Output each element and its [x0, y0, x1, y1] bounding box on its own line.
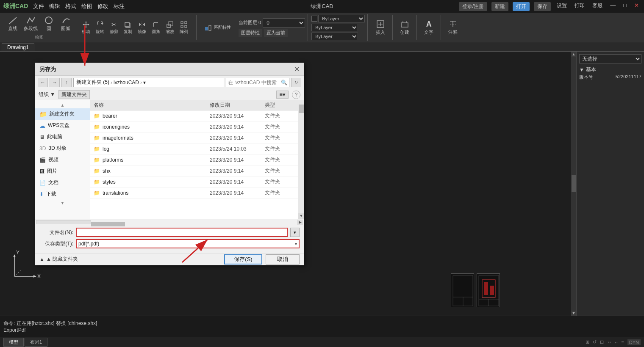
nav-forward-btn[interactable]: →	[50, 78, 60, 87]
hscroll-thumb[interactable]	[91, 222, 125, 226]
minimize-btn[interactable]: —	[608, 2, 617, 11]
bylayer-lineweight[interactable]: ByLayer	[311, 33, 358, 40]
filetype-dropdown[interactable]: pdf(*.pdf) ▾	[76, 239, 300, 248]
filelist-row-translations[interactable]: 📁translations 2023/3/20 9:14 文件夹	[90, 187, 298, 198]
menu-file[interactable]: 文件	[33, 3, 44, 10]
maximize-btn[interactable]: □	[622, 2, 628, 11]
dialog-vscroll-down[interactable]: ▼	[298, 213, 304, 219]
sidebar-item-3d[interactable]: 3D 3D 对象	[35, 143, 90, 154]
circle-tool[interactable]: 圆	[41, 14, 56, 33]
service-btn[interactable]: 客服	[591, 2, 604, 11]
hscroll-right-btn[interactable]: ▶	[297, 220, 303, 225]
dyn-btn[interactable]: DYN	[627, 339, 641, 345]
canvas-vscrollbar[interactable]: ▲ ▼	[571, 52, 576, 316]
basic-section-header[interactable]: ▼ 基本	[579, 66, 641, 73]
close-btn[interactable]: ✕	[633, 2, 641, 11]
col-name[interactable]: 名称	[94, 102, 210, 109]
status-icon-osnap[interactable]: ⌐	[615, 339, 618, 345]
menu-format[interactable]: 格式	[65, 3, 76, 10]
bylayer-color[interactable]: ByLayer	[318, 15, 365, 22]
search-input[interactable]	[228, 80, 279, 85]
print-btn[interactable]: 打印	[573, 2, 586, 11]
fillet-tool[interactable]: 圆角	[150, 20, 162, 35]
line-tool[interactable]: 直线	[5, 14, 20, 33]
match-properties-tool[interactable]: 匹配特性	[203, 23, 232, 32]
status-icon-polar[interactable]: ↔	[607, 339, 612, 345]
dialog-vscrollbar[interactable]: ▼	[298, 100, 304, 219]
sidebar-item-downloads[interactable]: ⬇ 下载	[35, 188, 90, 200]
sidebar-scroll-up[interactable]: ▲	[61, 103, 65, 107]
menu-modify[interactable]: 修改	[97, 3, 108, 10]
refresh-btn[interactable]: ↻	[291, 78, 301, 87]
dialog-hscrollbar[interactable]: ▶	[35, 219, 304, 225]
menu-draw[interactable]: 绘图	[81, 3, 92, 10]
status-icon-lineweight[interactable]: ≡	[621, 339, 624, 345]
status-icon-grid[interactable]: ⊞	[586, 339, 589, 345]
vscroll-up[interactable]: ▲	[571, 52, 576, 57]
menu-edit[interactable]: 编辑	[49, 3, 60, 10]
set-current-btn[interactable]: 置为当前	[264, 29, 288, 37]
save-dialog-btn[interactable]: 保存(S)	[224, 254, 262, 264]
create-btn[interactable]: 创建	[397, 18, 412, 36]
arc-tool[interactable]: 圆弧	[58, 14, 73, 33]
layout1-tab[interactable]: 布局1	[25, 338, 47, 347]
text-btn[interactable]: A 文字	[421, 18, 436, 36]
new-btn[interactable]: 新建	[491, 2, 508, 11]
status-icon-ortho[interactable]: ⊡	[600, 339, 604, 345]
scale-tool[interactable]: 缩放	[164, 20, 176, 35]
sidebar-scroll-down[interactable]: ▼	[61, 201, 65, 205]
filelist-row-iconengines[interactable]: 📁iconengines 2023/3/20 9:14 文件夹	[90, 121, 298, 132]
trim-tool[interactable]: ✂ 修剪	[108, 20, 120, 35]
polyline-tool[interactable]: 多段线	[22, 14, 39, 33]
new-folder-btn[interactable]: 新建文件夹	[58, 90, 90, 99]
open-btn[interactable]: 打开	[513, 2, 530, 11]
status-icon-snap[interactable]: ↺	[593, 339, 597, 345]
sidebar-item-wps[interactable]: ☁ WPS云盘	[35, 120, 90, 131]
drawing-tab-1[interactable]: Drawing1	[2, 43, 34, 51]
hide-files-btn[interactable]: ▲ ▲ 隐藏文件夹	[39, 256, 78, 263]
sidebar-item-video[interactable]: 🎬 视频	[35, 154, 90, 165]
model-tab[interactable]: 模型	[3, 338, 24, 347]
settings-btn[interactable]: 设置	[555, 2, 569, 11]
filelist-row-imageformats[interactable]: 📁imageformats 2023/3/20 9:14 文件夹	[90, 132, 298, 143]
login-btn[interactable]: 登录/注册	[459, 2, 487, 11]
vscroll-down[interactable]: ▼	[571, 311, 576, 316]
array-tool[interactable]: 阵列	[178, 20, 190, 35]
no-selection-dropdown[interactable]: 无选择	[579, 54, 641, 63]
nav-back-btn[interactable]: ←	[38, 78, 48, 87]
path-breadcrumb[interactable]: 新建文件夹 (5) › lvzhouCAD › ▾	[73, 78, 224, 87]
view-toggle-btn[interactable]: ≡▾	[276, 91, 289, 99]
save-btn[interactable]: 保存	[534, 2, 551, 11]
copy-tool[interactable]: 复制	[122, 20, 134, 35]
dialog-close-btn[interactable]: ✕	[294, 66, 300, 73]
organize-btn[interactable]: 组织 ▼	[39, 91, 55, 98]
breadcrumb-dropdown[interactable]: ▾	[143, 80, 146, 85]
nav-up-btn[interactable]: ↑	[61, 78, 72, 87]
sidebar-item-docs[interactable]: 📄 文档	[35, 177, 90, 188]
move-tool[interactable]: 移动	[80, 20, 92, 35]
col-type[interactable]: 类型	[265, 102, 294, 109]
col-date[interactable]: 修改日期	[210, 102, 265, 109]
dialog-vscroll-thumb[interactable]	[299, 105, 304, 113]
rotate-tool[interactable]: 旋转	[94, 20, 106, 35]
layer-selector[interactable]: 0	[263, 18, 305, 28]
filelist-row-log[interactable]: 📁log 2023/5/24 10:03 文件夹	[90, 143, 298, 154]
mirror-tool[interactable]: 镜像	[136, 20, 148, 35]
filelist-row-styles[interactable]: 📁styles 2023/3/20 9:14 文件夹	[90, 176, 298, 187]
layer-props-btn[interactable]: 图层特性	[239, 29, 262, 37]
cancel-dialog-btn[interactable]: 取消	[266, 254, 300, 264]
vscroll-thumb[interactable]	[572, 175, 576, 192]
filename-dropdown-btn[interactable]: ▾	[290, 228, 300, 237]
bylayer-linetype[interactable]: ByLayer	[311, 24, 358, 31]
annotation-btn[interactable]: 注释	[445, 18, 461, 36]
filelist-row-shx[interactable]: 📁shx 2023/3/20 9:14 文件夹	[90, 165, 298, 176]
color-swatch[interactable]	[311, 16, 317, 22]
insert-btn[interactable]: 插入	[373, 18, 388, 36]
sidebar-item-pc[interactable]: 🖥 此电脑	[35, 131, 90, 143]
sidebar-item-new-folder[interactable]: 📁 新建文件夹	[35, 108, 90, 120]
sidebar-item-pictures[interactable]: 🖼 图片	[35, 165, 90, 177]
help-btn[interactable]: ?	[292, 91, 300, 99]
filelist-row-bearer[interactable]: 📁bearer 2023/3/20 9:14 文件夹	[90, 110, 298, 121]
filename-input[interactable]	[76, 228, 288, 237]
filelist-row-platforms[interactable]: 📁platforms 2023/3/20 9:14 文件夹	[90, 154, 298, 165]
